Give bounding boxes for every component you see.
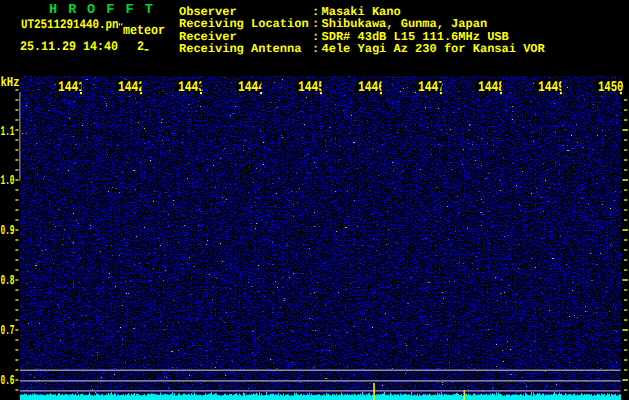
svg-text:0.7: 0.7: [1, 324, 15, 339]
svg-text:0.8: 0.8: [1, 274, 15, 289]
svg-text:T: T: [145, 3, 153, 18]
svg-text:1.1: 1.1: [1, 125, 15, 140]
svg-text:25.11.29 14:40: 25.11.29 14:40: [20, 39, 118, 54]
svg-text:2: 2: [137, 39, 144, 54]
svg-text:meteor: meteor: [123, 24, 165, 39]
svg-text:4ele Yagi Az 230 for Kansai VO: 4ele Yagi Az 230 for Kansai VOR: [322, 42, 546, 56]
svg-text:kHz: kHz: [1, 76, 20, 91]
svg-text::: :: [312, 42, 319, 56]
svg-text:0.9: 0.9: [1, 224, 15, 239]
svg-text:0.6: 0.6: [1, 374, 15, 389]
svg-text:F: F: [126, 3, 134, 18]
svg-text:UT2511291440.pn: UT2511291440.pn: [21, 17, 119, 32]
svg-text:1.0: 1.0: [1, 174, 15, 189]
svg-text:Receiving Antenna: Receiving Antenna: [179, 42, 301, 56]
